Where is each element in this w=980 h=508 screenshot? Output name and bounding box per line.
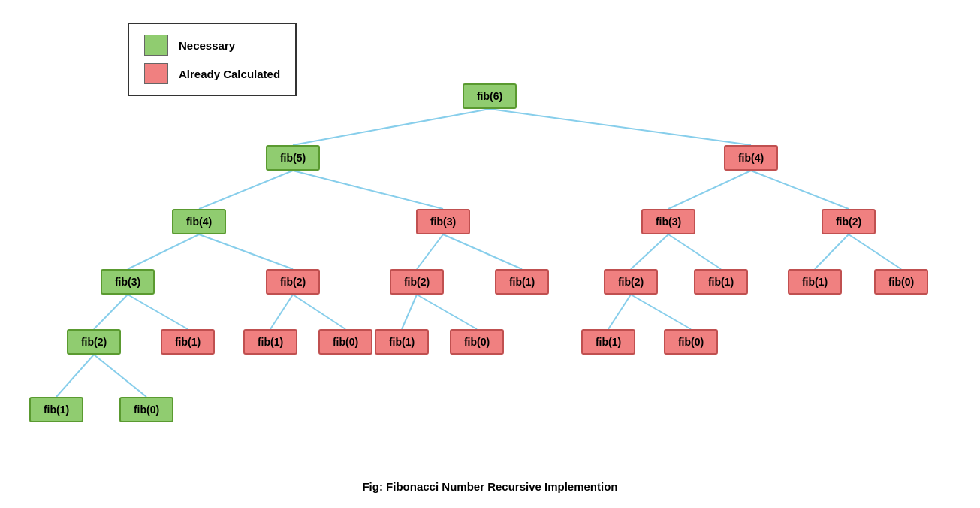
node-fib2a: fib(2) xyxy=(822,209,876,234)
node-fib4a: fib(4) xyxy=(724,145,778,171)
node-fib1d: fib(1) xyxy=(161,329,215,355)
svg-line-18 xyxy=(402,295,417,329)
svg-line-2 xyxy=(199,171,293,209)
svg-line-4 xyxy=(668,171,751,209)
legend-already-label: Already Calculated xyxy=(179,68,280,80)
node-fib0b: fib(0) xyxy=(318,329,372,355)
legend: Necessary Already Calculated xyxy=(128,23,297,96)
svg-line-7 xyxy=(199,234,293,269)
node-fib0c: fib(0) xyxy=(450,329,504,355)
svg-line-1 xyxy=(490,109,751,145)
svg-line-15 xyxy=(128,295,188,329)
node-fib1a: fib(1) xyxy=(495,269,549,295)
svg-line-10 xyxy=(631,234,668,269)
svg-line-23 xyxy=(94,355,146,397)
node-fib0e: fib(0) xyxy=(119,397,173,422)
node-fib6: fib(6) xyxy=(463,83,517,109)
svg-line-0 xyxy=(293,109,490,145)
fig-caption: Fig: Fibonacci Number Recursive Implemen… xyxy=(362,480,617,493)
svg-line-19 xyxy=(417,295,477,329)
svg-line-13 xyxy=(849,234,901,269)
node-fib1h: fib(1) xyxy=(29,397,83,422)
node-fib1f: fib(1) xyxy=(375,329,429,355)
svg-line-8 xyxy=(417,234,443,269)
svg-line-12 xyxy=(815,234,849,269)
svg-line-9 xyxy=(443,234,522,269)
node-fib5: fib(5) xyxy=(266,145,320,171)
node-fib0d: fib(0) xyxy=(664,329,718,355)
legend-necessary-label: Necessary xyxy=(179,39,235,52)
svg-line-21 xyxy=(631,295,691,329)
legend-already: Already Calculated xyxy=(144,63,280,84)
legend-necessary: Necessary xyxy=(144,35,280,56)
svg-line-11 xyxy=(668,234,721,269)
node-fib2c: fib(2) xyxy=(390,269,444,295)
node-fib1e: fib(1) xyxy=(243,329,297,355)
node-fib3c: fib(3) xyxy=(101,269,155,295)
svg-line-3 xyxy=(293,171,443,209)
node-fib1b: fib(1) xyxy=(694,269,748,295)
svg-line-17 xyxy=(293,295,345,329)
svg-line-6 xyxy=(128,234,199,269)
svg-line-20 xyxy=(608,295,631,329)
node-fib2e: fib(2) xyxy=(67,329,121,355)
node-fib2b: fib(2) xyxy=(266,269,320,295)
svg-line-22 xyxy=(56,355,94,397)
legend-already-box xyxy=(144,63,168,84)
node-fib4b: fib(4) xyxy=(172,209,226,234)
svg-line-5 xyxy=(751,171,849,209)
legend-necessary-box xyxy=(144,35,168,56)
node-fib3a: fib(3) xyxy=(416,209,470,234)
node-fib2d: fib(2) xyxy=(604,269,658,295)
node-fib1c: fib(1) xyxy=(788,269,842,295)
svg-line-16 xyxy=(270,295,293,329)
svg-line-14 xyxy=(94,295,128,329)
node-fib0a: fib(0) xyxy=(874,269,928,295)
node-fib3b: fib(3) xyxy=(641,209,695,234)
node-fib1g: fib(1) xyxy=(581,329,635,355)
